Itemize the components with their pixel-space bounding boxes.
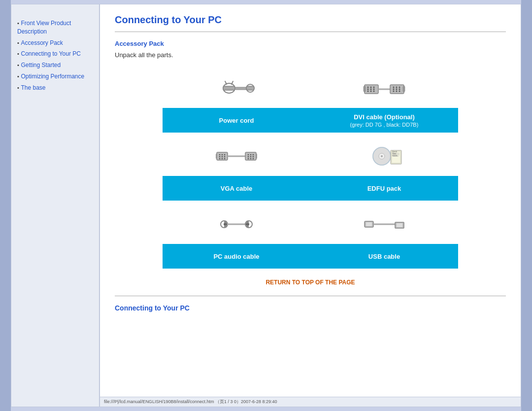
vga-cable-image <box>214 137 259 176</box>
svg-rect-29 <box>403 86 405 92</box>
svg-point-17 <box>373 88 375 90</box>
sidebar-link-the-base[interactable]: The base <box>21 84 45 91</box>
sidebar-item-optimizing: • Optimizing Performance <box>17 72 93 81</box>
sidebar-item-getting-started: • Getting Started <box>17 61 93 69</box>
svg-rect-28 <box>364 86 366 92</box>
svg-point-39 <box>224 154 226 155</box>
row-gap-2 <box>163 201 458 205</box>
bottom-divider <box>115 296 506 296</box>
svg-point-23 <box>396 88 398 90</box>
svg-point-10 <box>367 86 369 88</box>
sidebar-item-the-base: • The base <box>17 84 93 92</box>
svg-point-40 <box>224 156 226 157</box>
svg-point-41 <box>224 158 226 159</box>
dvi-cable-icon <box>362 72 406 104</box>
edfu-pack-image: Quick Start Guide <box>362 137 406 176</box>
power-cord-image <box>214 68 259 108</box>
power-cord-icon <box>214 72 259 104</box>
svg-point-49 <box>253 156 254 157</box>
accessory-cell-edfu: Quick Start Guide <box>310 137 458 176</box>
svg-point-46 <box>250 156 252 157</box>
svg-point-12 <box>367 90 369 92</box>
accessories-grid: Power cord DVI cable (Optional) (grey: D… <box>163 68 458 269</box>
top-divider <box>115 32 506 32</box>
intro-text: Unpack all the parts. <box>115 51 506 59</box>
accessory-cell-vga <box>163 137 310 176</box>
return-to-top: RETURN TO TOP OF THE PAGE <box>115 278 506 286</box>
accessory-cell-dvi <box>310 68 458 108</box>
pc-audio-cable-label: PC audio cable <box>163 244 310 269</box>
dvi-cable-image <box>362 68 406 108</box>
svg-rect-73 <box>366 222 372 226</box>
svg-rect-1 <box>223 86 235 90</box>
sidebar-nav: • Front View Product Description • Acces… <box>17 19 93 92</box>
edfu-pack-icon: Quick Start Guide <box>362 140 406 172</box>
page-wrapper: • Front View Product Description • Acces… <box>0 0 532 411</box>
svg-point-42 <box>248 154 249 155</box>
svg-text:Guide: Guide <box>392 154 398 157</box>
svg-point-34 <box>219 156 221 157</box>
svg-point-11 <box>367 88 369 90</box>
return-to-top-link[interactable]: RETURN TO TOP OF THE PAGE <box>266 279 355 286</box>
svg-point-15 <box>370 90 372 92</box>
footer-text: file:///P|/lcd.manual/ENGLISH/190B8/inst… <box>104 399 277 404</box>
svg-point-37 <box>222 156 223 157</box>
left-decorative-bar <box>0 0 11 411</box>
svg-rect-4 <box>246 86 254 90</box>
bottom-section-title: Connecting to Your PC <box>115 304 506 312</box>
footer-bar: file:///P|/lcd.manual/ENGLISH/190B8/inst… <box>100 397 521 407</box>
svg-rect-51 <box>216 154 217 159</box>
svg-rect-52 <box>256 154 257 159</box>
svg-point-14 <box>370 88 372 90</box>
row-gap-1 <box>163 133 458 137</box>
sidebar-link-connecting[interactable]: Connecting to Your PC <box>21 50 80 57</box>
sidebar-item-connecting: • Connecting to Your PC <box>17 50 93 58</box>
accessory-cell-audio <box>163 205 310 244</box>
svg-point-50 <box>253 158 254 159</box>
sidebar-link-optimizing[interactable]: Optimizing Performance <box>21 73 84 80</box>
svg-point-20 <box>393 88 395 90</box>
power-cord-label: Power cord <box>163 108 310 133</box>
svg-point-33 <box>219 154 221 155</box>
edfu-pack-label: EDFU pack <box>310 176 458 201</box>
usb-cable-label: USB cable <box>310 244 458 269</box>
main-area: • Front View Product Description • Acces… <box>11 0 521 411</box>
svg-point-36 <box>222 154 223 155</box>
pc-audio-cable-icon <box>214 208 259 240</box>
svg-point-55 <box>381 155 383 157</box>
svg-point-38 <box>222 158 223 159</box>
vga-cable-label: VGA cable <box>163 176 310 201</box>
sidebar-item-front-view: • Front View Product Description <box>17 19 93 36</box>
svg-point-43 <box>248 156 249 157</box>
svg-point-48 <box>253 154 254 155</box>
svg-point-18 <box>373 90 375 92</box>
sidebar-item-accessory-pack: • Accessory Pack <box>17 39 93 47</box>
page-title: Connecting to Your PC <box>115 14 506 26</box>
svg-point-16 <box>373 86 375 88</box>
svg-point-35 <box>219 158 221 159</box>
svg-point-26 <box>399 88 400 90</box>
svg-point-13 <box>370 86 372 88</box>
dvi-cable-label: DVI cable (Optional) (grey: DD 7G , blac… <box>310 108 458 133</box>
svg-point-45 <box>250 154 252 155</box>
sidebar-link-getting-started[interactable]: Getting Started <box>21 62 61 68</box>
usb-cable-icon <box>362 208 406 240</box>
pc-audio-cable-image <box>214 205 259 244</box>
right-decorative-bar <box>521 0 532 411</box>
sidebar: • Front View Product Description • Acces… <box>11 4 100 407</box>
sidebar-link-front-view[interactable]: Front View Product Description <box>17 20 71 35</box>
svg-point-19 <box>393 86 395 88</box>
svg-point-44 <box>248 158 249 159</box>
svg-rect-76 <box>397 223 402 227</box>
accessory-cell-usb <box>310 205 458 244</box>
svg-point-47 <box>250 158 252 159</box>
accessory-cell-power-cord <box>163 68 310 108</box>
svg-point-24 <box>396 90 398 92</box>
sidebar-link-accessory-pack[interactable]: Accessory Pack <box>21 39 63 46</box>
svg-rect-70 <box>224 223 227 225</box>
svg-point-22 <box>396 86 398 88</box>
content-area: Connecting to Your PC Accessory Pack Unp… <box>100 4 521 407</box>
svg-point-25 <box>399 86 400 88</box>
section-title: Accessory Pack <box>115 40 506 47</box>
vga-cable-icon <box>214 140 259 172</box>
